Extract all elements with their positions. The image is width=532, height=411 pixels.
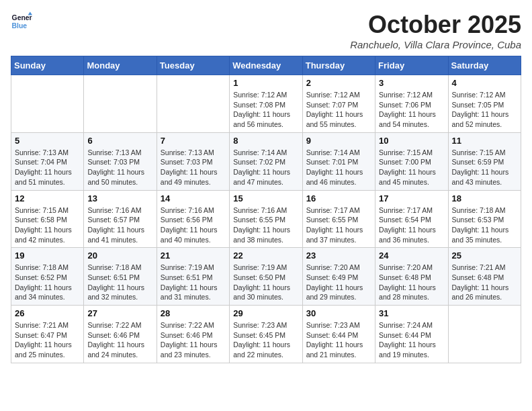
calendar-day-cell: 26Sunrise: 7:21 AM Sunset: 6:47 PM Dayli… xyxy=(11,306,84,363)
day-number: 13 xyxy=(87,193,152,203)
calendar-day-cell: 31Sunrise: 7:24 AM Sunset: 6:44 PM Dayli… xyxy=(375,306,448,363)
day-number: 24 xyxy=(379,250,444,261)
calendar-day-cell: 13Sunrise: 7:16 AM Sunset: 6:57 PM Dayli… xyxy=(84,190,157,248)
day-number: 4 xyxy=(452,78,517,88)
calendar-day-cell: 16Sunrise: 7:17 AM Sunset: 6:55 PM Dayli… xyxy=(302,190,375,248)
weekday-header-monday: Monday xyxy=(84,56,157,75)
svg-text:General: General xyxy=(12,14,32,21)
calendar-day-cell: 21Sunrise: 7:19 AM Sunset: 6:51 PM Dayli… xyxy=(157,248,229,306)
day-info: Sunrise: 7:17 AM Sunset: 6:55 PM Dayligh… xyxy=(306,205,371,245)
day-number: 18 xyxy=(452,193,517,203)
weekday-header-friday: Friday xyxy=(375,56,448,75)
calendar-day-cell: 27Sunrise: 7:22 AM Sunset: 6:46 PM Dayli… xyxy=(84,306,157,363)
calendar-day-cell: 9Sunrise: 7:14 AM Sunset: 7:01 PM Daylig… xyxy=(302,132,375,190)
calendar-day-cell: 18Sunrise: 7:18 AM Sunset: 6:53 PM Dayli… xyxy=(448,190,521,248)
month-title: October 2025 xyxy=(350,11,521,39)
calendar-day-cell: 17Sunrise: 7:17 AM Sunset: 6:54 PM Dayli… xyxy=(375,190,448,248)
day-number: 16 xyxy=(306,193,371,203)
day-number: 21 xyxy=(161,250,226,261)
calendar-day-cell: 14Sunrise: 7:16 AM Sunset: 6:56 PM Dayli… xyxy=(157,190,229,248)
day-info: Sunrise: 7:20 AM Sunset: 6:48 PM Dayligh… xyxy=(379,263,444,302)
day-number: 26 xyxy=(15,308,80,318)
weekday-header-tuesday: Tuesday xyxy=(157,56,229,75)
day-info: Sunrise: 7:15 AM Sunset: 7:00 PM Dayligh… xyxy=(379,148,444,187)
day-info: Sunrise: 7:23 AM Sunset: 6:45 PM Dayligh… xyxy=(233,320,298,360)
day-info: Sunrise: 7:21 AM Sunset: 6:48 PM Dayligh… xyxy=(452,263,517,302)
day-info: Sunrise: 7:24 AM Sunset: 6:44 PM Dayligh… xyxy=(379,320,444,360)
day-info: Sunrise: 7:13 AM Sunset: 7:04 PM Dayligh… xyxy=(15,148,80,187)
weekday-header-saturday: Saturday xyxy=(448,56,521,75)
day-info: Sunrise: 7:18 AM Sunset: 6:52 PM Dayligh… xyxy=(15,263,80,302)
day-info: Sunrise: 7:17 AM Sunset: 6:54 PM Dayligh… xyxy=(379,205,444,245)
weekday-header-sunday: Sunday xyxy=(11,56,84,75)
day-info: Sunrise: 7:18 AM Sunset: 6:51 PM Dayligh… xyxy=(87,263,152,302)
day-info: Sunrise: 7:12 AM Sunset: 7:07 PM Dayligh… xyxy=(306,90,371,130)
calendar-day-cell: 29Sunrise: 7:23 AM Sunset: 6:45 PM Dayli… xyxy=(230,306,302,363)
calendar-day-cell: 5Sunrise: 7:13 AM Sunset: 7:04 PM Daylig… xyxy=(11,132,84,190)
calendar-week-4: 19Sunrise: 7:18 AM Sunset: 6:52 PM Dayli… xyxy=(11,248,521,306)
day-number: 15 xyxy=(233,193,298,203)
calendar-day-cell: 10Sunrise: 7:15 AM Sunset: 7:00 PM Dayli… xyxy=(375,132,448,190)
logo-icon: General Blue xyxy=(11,11,32,32)
day-info: Sunrise: 7:18 AM Sunset: 6:53 PM Dayligh… xyxy=(452,205,517,245)
day-number: 20 xyxy=(87,250,152,261)
weekday-header-wednesday: Wednesday xyxy=(230,56,302,75)
calendar-day-cell: 3Sunrise: 7:12 AM Sunset: 7:06 PM Daylig… xyxy=(375,75,448,133)
day-info: Sunrise: 7:12 AM Sunset: 7:05 PM Dayligh… xyxy=(452,90,517,130)
day-info: Sunrise: 7:22 AM Sunset: 6:46 PM Dayligh… xyxy=(161,320,226,360)
day-info: Sunrise: 7:23 AM Sunset: 6:44 PM Dayligh… xyxy=(306,320,371,360)
calendar-day-cell xyxy=(448,306,521,363)
calendar-day-cell: 19Sunrise: 7:18 AM Sunset: 6:52 PM Dayli… xyxy=(11,248,84,306)
day-number: 31 xyxy=(379,308,444,318)
day-number: 9 xyxy=(306,136,371,146)
day-info: Sunrise: 7:12 AM Sunset: 7:08 PM Dayligh… xyxy=(233,90,298,130)
calendar-day-cell xyxy=(84,75,157,133)
day-number: 22 xyxy=(233,250,298,261)
day-number: 7 xyxy=(161,136,226,146)
location: Ranchuelo, Villa Clara Province, Cuba xyxy=(350,39,521,50)
day-number: 3 xyxy=(379,78,444,88)
calendar-day-cell: 6Sunrise: 7:13 AM Sunset: 7:03 PM Daylig… xyxy=(84,132,157,190)
day-number: 2 xyxy=(306,78,371,88)
day-number: 29 xyxy=(233,308,298,318)
day-number: 1 xyxy=(233,78,298,88)
day-number: 19 xyxy=(15,250,80,261)
day-number: 25 xyxy=(452,250,517,261)
day-info: Sunrise: 7:15 AM Sunset: 6:58 PM Dayligh… xyxy=(15,205,80,245)
day-number: 8 xyxy=(233,136,298,146)
calendar-day-cell: 28Sunrise: 7:22 AM Sunset: 6:46 PM Dayli… xyxy=(157,306,229,363)
calendar-day-cell: 25Sunrise: 7:21 AM Sunset: 6:48 PM Dayli… xyxy=(448,248,521,306)
day-info: Sunrise: 7:19 AM Sunset: 6:51 PM Dayligh… xyxy=(161,263,226,302)
weekday-header-thursday: Thursday xyxy=(302,56,375,75)
calendar-day-cell: 7Sunrise: 7:13 AM Sunset: 7:03 PM Daylig… xyxy=(157,132,229,190)
day-number: 6 xyxy=(87,136,152,146)
day-number: 27 xyxy=(87,308,152,318)
calendar-day-cell: 4Sunrise: 7:12 AM Sunset: 7:05 PM Daylig… xyxy=(448,75,521,133)
day-number: 30 xyxy=(306,308,371,318)
day-number: 28 xyxy=(161,308,226,318)
calendar-day-cell xyxy=(157,75,229,133)
calendar-day-cell: 23Sunrise: 7:20 AM Sunset: 6:49 PM Dayli… xyxy=(302,248,375,306)
calendar-week-2: 5Sunrise: 7:13 AM Sunset: 7:04 PM Daylig… xyxy=(11,132,521,190)
calendar-day-cell: 12Sunrise: 7:15 AM Sunset: 6:58 PM Dayli… xyxy=(11,190,84,248)
day-info: Sunrise: 7:19 AM Sunset: 6:50 PM Dayligh… xyxy=(233,263,298,302)
day-info: Sunrise: 7:13 AM Sunset: 7:03 PM Dayligh… xyxy=(87,148,152,187)
title-block: October 2025 Ranchuelo, Villa Clara Prov… xyxy=(350,11,521,50)
calendar-day-cell: 11Sunrise: 7:15 AM Sunset: 6:59 PM Dayli… xyxy=(448,132,521,190)
calendar-day-cell: 1Sunrise: 7:12 AM Sunset: 7:08 PM Daylig… xyxy=(230,75,302,133)
calendar-day-cell: 15Sunrise: 7:16 AM Sunset: 6:55 PM Dayli… xyxy=(230,190,302,248)
page-header: General Blue October 2025 Ranchuelo, Vil… xyxy=(11,11,521,50)
day-info: Sunrise: 7:22 AM Sunset: 6:46 PM Dayligh… xyxy=(87,320,152,360)
day-info: Sunrise: 7:12 AM Sunset: 7:06 PM Dayligh… xyxy=(379,90,444,130)
calendar-week-5: 26Sunrise: 7:21 AM Sunset: 6:47 PM Dayli… xyxy=(11,306,521,363)
calendar-table: SundayMondayTuesdayWednesdayThursdayFrid… xyxy=(11,56,521,363)
day-info: Sunrise: 7:21 AM Sunset: 6:47 PM Dayligh… xyxy=(15,320,80,360)
day-info: Sunrise: 7:16 AM Sunset: 6:57 PM Dayligh… xyxy=(87,205,152,245)
day-info: Sunrise: 7:14 AM Sunset: 7:02 PM Dayligh… xyxy=(233,148,298,187)
day-info: Sunrise: 7:14 AM Sunset: 7:01 PM Dayligh… xyxy=(306,148,371,187)
day-info: Sunrise: 7:16 AM Sunset: 6:55 PM Dayligh… xyxy=(233,205,298,245)
calendar-day-cell: 20Sunrise: 7:18 AM Sunset: 6:51 PM Dayli… xyxy=(84,248,157,306)
day-number: 10 xyxy=(379,136,444,146)
calendar-day-cell xyxy=(11,75,84,133)
day-info: Sunrise: 7:15 AM Sunset: 6:59 PM Dayligh… xyxy=(452,148,517,187)
